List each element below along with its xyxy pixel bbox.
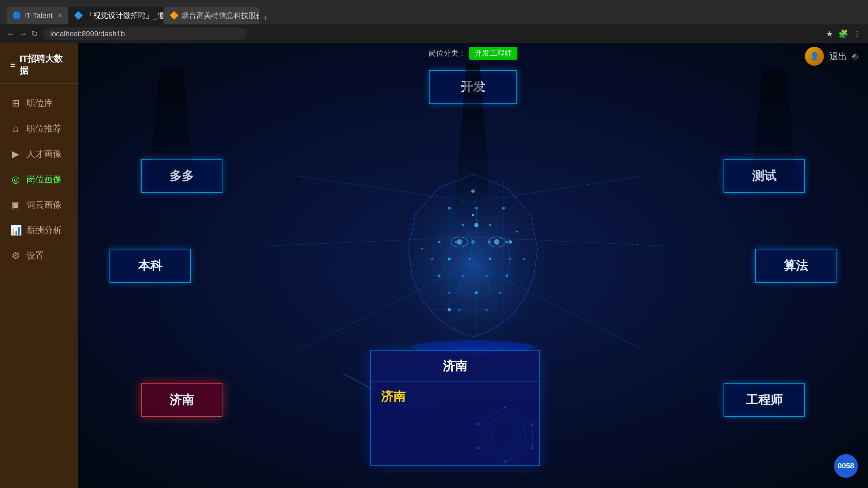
viz-container: 岗位分类： 开发工程师 👤 退出 ⎋ — [78, 43, 868, 488]
nav-buttons: ← → ↻ — [7, 29, 38, 39]
sidebar-label-ciyun-huaxiang: 词云画像 — [26, 199, 62, 211]
svg-point-58 — [516, 231, 518, 232]
status-badge: 开发工程师 — [469, 47, 517, 60]
svg-point-76 — [531, 447, 533, 449]
settings-nav-icon: ⚙ — [10, 250, 21, 261]
chart-icon: 📊 — [10, 225, 21, 236]
svg-point-44 — [457, 239, 462, 245]
svg-point-36 — [458, 309, 460, 311]
svg-point-57 — [472, 214, 474, 216]
refresh-button[interactable]: ↻ — [31, 29, 38, 39]
tab-label-3: 烟台富美特信息科技股份分有限... — [181, 11, 259, 21]
sidebar: ≡ IT招聘大数据 ⊞ 职位库 ⌂ 职位推荐 ▶ 人才画像 ◎ 岗位画像 — [0, 43, 78, 488]
play-icon: ▶ — [10, 148, 21, 160]
svg-point-75 — [531, 423, 533, 425]
svg-point-33 — [448, 292, 450, 294]
popup-title: 济南 — [371, 351, 539, 382]
tab-label: IT-Talent — [24, 11, 53, 20]
sidebar-item-shezhi[interactable]: ⚙ 设置 — [0, 243, 78, 268]
top-notification: 岗位分类： 开发工程师 — [429, 47, 517, 60]
svg-point-26 — [489, 258, 491, 260]
sidebar-item-zhiwei-ku[interactable]: ⊞ 职位库 — [0, 90, 78, 116]
tab-yantai[interactable]: 🔶 烟台富美特信息科技股份分有限... ✕ — [164, 7, 259, 24]
address-bar[interactable]: localhost:8999/dash1b — [43, 27, 247, 40]
main-content: 岗位分类： 开发工程师 👤 退出 ⎋ — [78, 43, 868, 488]
box-kaifa[interactable]: 开发 — [429, 70, 517, 104]
sidebar-header: ≡ IT招聘大数据 — [0, 43, 78, 84]
tab-visual-design[interactable]: 🔷 「视觉设计微招聘」_道科信息... ✕ — [68, 7, 163, 24]
svg-point-23 — [431, 258, 433, 260]
svg-point-59 — [421, 248, 423, 249]
user-area: 👤 退出 ⎋ — [805, 47, 858, 66]
sidebar-item-gangwei-huaxiang[interactable]: ◎ 岗位画像 — [0, 167, 78, 192]
fab-label: 0058 — [838, 462, 854, 470]
tab-label-2: 「视觉设计微招聘」_道科信息... — [86, 11, 163, 21]
toolbar-icons: ★ 🧩 ⋮ — [826, 29, 861, 39]
tab-favicon-2: 🔷 — [74, 11, 83, 20]
sidebar-label-shezhi: 设置 — [26, 250, 44, 262]
logout-button[interactable]: 退出 — [829, 50, 847, 62]
svg-point-41 — [509, 240, 512, 244]
extension-icon[interactable]: 🧩 — [838, 29, 848, 39]
sidebar-item-zhiwei-tuijian[interactable]: ⌂ 职位推荐 — [0, 116, 78, 141]
box-ceshi[interactable]: 测试 — [724, 159, 805, 193]
sidebar-item-ciyun-huaxiang[interactable]: ▣ 词云画像 — [0, 192, 78, 218]
tab-bar: 🔵 IT-Talent ✕ 🔷 「视觉设计微招聘」_道科信息... ✕ 🔶 烟台… — [7, 0, 861, 24]
sidebar-label-rencai-huaxiang: 人才画像 — [26, 148, 62, 160]
tab-favicon: 🔵 — [12, 11, 21, 20]
box-benke[interactable]: 本科 — [110, 249, 191, 283]
svg-point-34 — [475, 291, 478, 294]
settings-icon[interactable]: ⋮ — [853, 29, 861, 39]
home-icon: ⌂ — [10, 123, 21, 134]
svg-point-39 — [471, 189, 475, 193]
box-duoduo[interactable]: 多多 — [141, 159, 222, 193]
sidebar-item-rencai-huaxiang[interactable]: ▶ 人才画像 — [0, 141, 78, 167]
svg-point-35 — [499, 292, 501, 294]
tag-icon: ▣ — [10, 199, 21, 210]
ai-head-container — [354, 147, 592, 384]
svg-point-28 — [523, 258, 525, 260]
svg-point-74 — [504, 406, 506, 408]
tab-add-button[interactable]: + — [260, 11, 272, 24]
svg-point-78 — [477, 447, 479, 449]
box-gongchengshi[interactable]: 工程师 — [724, 383, 805, 417]
svg-marker-71 — [478, 407, 532, 462]
tab-favicon-3: 🔶 — [170, 11, 179, 20]
forward-button[interactable]: → — [19, 29, 27, 39]
fab-button[interactable]: 0058 — [834, 454, 858, 478]
svg-point-79 — [477, 423, 479, 425]
menu-toggle-icon[interactable]: ≡ — [10, 59, 16, 70]
svg-point-45 — [494, 239, 499, 245]
svg-point-77 — [504, 461, 506, 463]
bookmark-icon[interactable]: ★ — [826, 29, 833, 39]
back-button[interactable]: ← — [7, 29, 15, 39]
svg-point-40 — [448, 308, 451, 311]
popup-panel: 济南 济南 — [370, 350, 540, 466]
svg-marker-72 — [485, 414, 526, 455]
svg-point-37 — [486, 309, 488, 311]
position-status-label: 岗位分类： — [429, 48, 466, 58]
avatar: 👤 — [805, 47, 824, 66]
grid-icon: ⊞ — [10, 98, 21, 109]
sidebar-label-xinchuo-fenxi: 薪酬分析 — [26, 224, 62, 236]
address-bar-area: ← → ↻ localhost:8999/dash1b ★ 🧩 ⋮ — [0, 24, 868, 43]
tab-it-talent[interactable]: 🔵 IT-Talent ✕ — [7, 7, 68, 24]
svg-marker-73 — [492, 421, 519, 448]
browser-chrome: 🔵 IT-Talent ✕ 🔷 「视觉设计微招聘」_道科信息... ✕ 🔶 烟台… — [0, 0, 868, 24]
sidebar-nav: ⊞ 职位库 ⌂ 职位推荐 ▶ 人才画像 ◎ 岗位画像 ▣ 词云画像 — [0, 84, 78, 488]
sidebar-label-zhiwei-ku: 职位库 — [26, 97, 53, 109]
box-suanfa[interactable]: 算法 — [755, 249, 836, 283]
box-jinan[interactable]: 济南 — [141, 383, 222, 417]
sidebar-item-xinchuo-fenxi[interactable]: 📊 薪酬分析 — [0, 218, 78, 243]
sidebar-label-gangwei-huaxiang: 岗位画像 — [26, 174, 62, 185]
logout-icon: ⎋ — [852, 51, 858, 62]
tab-close-icon[interactable]: ✕ — [57, 12, 62, 19]
svg-point-21 — [489, 241, 491, 243]
circle-icon: ◎ — [10, 174, 21, 185]
sidebar-title: IT招聘大数据 — [20, 53, 71, 77]
popup-content-label: 济南 — [381, 388, 406, 405]
ai-head-svg — [354, 147, 592, 384]
sidebar-label-zhiwei-tuijian: 职位推荐 — [26, 123, 62, 135]
app-layout: ≡ IT招聘大数据 ⊞ 职位库 ⌂ 职位推荐 ▶ 人才画像 ◎ 岗位画像 — [0, 43, 868, 488]
